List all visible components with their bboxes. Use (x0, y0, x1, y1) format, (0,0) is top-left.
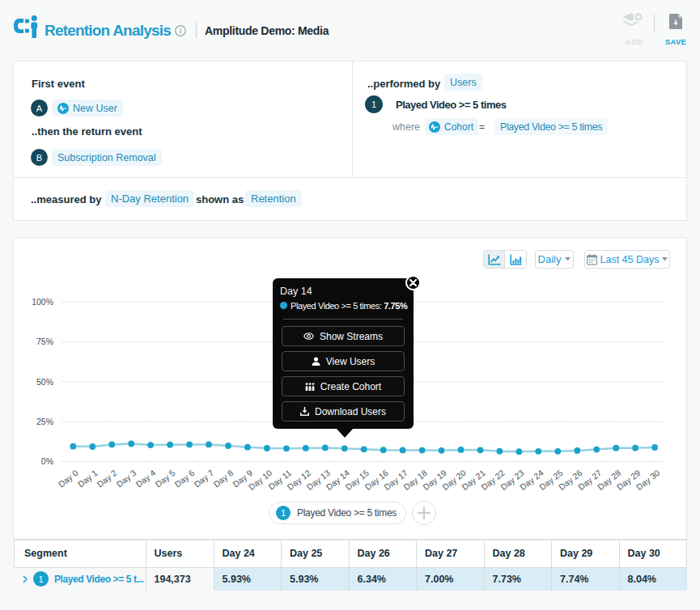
svg-text:Day 5: Day 5 (153, 468, 176, 489)
svg-text:Day 4: Day 4 (134, 468, 157, 489)
svg-text:Day 8: Day 8 (211, 468, 235, 489)
svg-text:Day 7: Day 7 (192, 468, 215, 489)
svg-text:Day 0: Day 0 (57, 468, 80, 489)
svg-text:Day 2: Day 2 (95, 468, 118, 489)
svg-text:Day 1: Day 1 (76, 468, 100, 489)
svg-text:Day 6: Day 6 (172, 468, 196, 489)
svg-text:Day 3: Day 3 (114, 468, 138, 489)
